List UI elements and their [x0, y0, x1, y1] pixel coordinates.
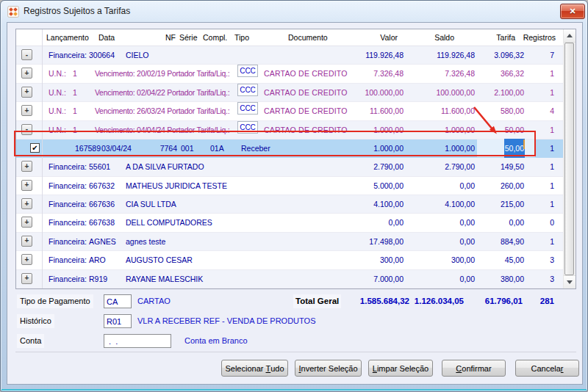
group-name: AUGUSTO CESAR — [126, 251, 193, 269]
cell-saldo: 0,00 — [460, 233, 475, 250]
portador-cell[interactable]: CCC — [237, 84, 258, 96]
cell-saldo: 1.000,00 — [445, 139, 475, 157]
un-row[interactable]: + U.N.: 1 Vencimento: 26/03/24 Portador … — [16, 102, 563, 120]
expand-button[interactable]: + — [21, 68, 32, 79]
historico-input[interactable] — [104, 314, 132, 328]
cell-saldo: 1.000,00 — [445, 121, 475, 139]
cell-tarifa: 0,00 — [509, 214, 524, 231]
cell-data: 03/04/24 — [101, 139, 132, 157]
tarifa-edit-cell[interactable]: 50,00 — [477, 139, 535, 157]
expand-button[interactable]: + — [21, 198, 32, 209]
portador-cell[interactable]: CCC — [237, 65, 258, 77]
group-row[interactable]: + Financeira: 667636 CIA SUL LTDA 4.100,… — [16, 195, 563, 214]
cell-saldo: 4.100,00 — [445, 195, 475, 213]
cell-valor: 100.000,00 — [365, 84, 404, 101]
conta-input[interactable] — [104, 334, 171, 348]
total-registros: 281 — [540, 294, 554, 308]
cell-registros: 1 — [550, 121, 554, 139]
cell-tarifa: 215,00 — [501, 195, 524, 213]
group-code: 667636 — [89, 195, 115, 213]
cell-tarifa: 50,00 — [505, 121, 524, 139]
cell-valor: 17.498,00 — [369, 233, 404, 250]
total-valor: 1.585.684,32 — [360, 294, 409, 308]
group-row[interactable]: + Financeira: R919 RAYANE MALESCHIK 7.00… — [16, 270, 563, 288]
group-label: Financeira: — [49, 158, 87, 175]
un-label: U.N.: — [49, 102, 66, 120]
collapse-button[interactable]: - — [21, 124, 32, 135]
vencimento-text: Vencimento: 26/03/24 Portador Tarifa/Liq… — [95, 102, 229, 120]
group-code: 55601 — [89, 158, 110, 175]
tarifa-edit-value[interactable]: 50,00 — [504, 139, 525, 158]
clear-selection-button[interactable]: Limpar Seleção — [368, 360, 433, 377]
group-label: Financeira: — [49, 214, 87, 231]
window-bottom-edge — [1, 389, 587, 391]
cell-documento: CARTAO DE CREDITO — [264, 65, 348, 82]
expand-button[interactable]: + — [21, 217, 32, 228]
close-button[interactable]: ✕ — [560, 4, 585, 19]
portador-cell[interactable]: CCC — [237, 121, 258, 134]
scroll-up-button[interactable] — [564, 29, 576, 43]
scroll-down-button[interactable] — [564, 275, 576, 288]
header-serie: Série — [179, 29, 198, 46]
cell-valor: 0,00 — [389, 214, 404, 231]
total-geral-label: Total Geral — [293, 294, 341, 308]
group-row[interactable]: + Financeira: AGNES agnes teste 17.498,0… — [16, 233, 563, 251]
tipo-pagamento-input[interactable] — [104, 294, 132, 308]
vencimento-text: Vencimento: 02/04/22 Portador Tarifa/Liq… — [95, 84, 229, 101]
cell-registros: 1 — [550, 65, 554, 82]
up-arrow-icon — [567, 34, 573, 37]
cell-valor: 1.000,00 — [373, 139, 404, 157]
expand-button[interactable]: + — [21, 273, 32, 284]
group-name: CIA SUL LTDA — [126, 195, 176, 213]
conta-description: Conta em Branco — [184, 334, 248, 348]
cell-registros: 0 — [550, 214, 554, 231]
un-row[interactable]: + U.N.: 1 Vencimento: 20/02/19 Portador … — [16, 65, 563, 83]
group-row[interactable]: + Financeira: 667638 DELL COMPUTADORES 0… — [16, 214, 563, 232]
group-row[interactable]: + Financeira: ARO AUGUSTO CESAR 300,00 3… — [16, 251, 563, 269]
historico-description: VLR A RECEBER REF - VENDA DE PRODUTOS — [137, 314, 315, 328]
invert-selection-button[interactable]: Inverter Seleção — [295, 360, 362, 377]
footer-separator — [15, 352, 576, 352]
cancel-button[interactable]: Cancelar — [515, 360, 579, 377]
select-all-button[interactable]: Selecionar Tudo — [221, 360, 288, 377]
cell-compl: 01A — [210, 139, 224, 157]
vertical-scrollbar[interactable] — [563, 29, 576, 288]
expand-button[interactable]: + — [21, 236, 32, 247]
expand-button[interactable]: + — [21, 161, 32, 172]
expand-button[interactable]: + — [21, 180, 32, 191]
un-number: 1 — [73, 84, 77, 101]
cell-saldo: 11.600,00 — [441, 102, 475, 120]
cell-valor: 7.000,00 — [373, 270, 404, 288]
header-compl: Compl. — [203, 29, 227, 46]
detail-row-selected[interactable]: ✔ 167589 03/04/24 7764 001 01A Receber 1… — [16, 139, 563, 158]
expand-button[interactable]: + — [21, 105, 32, 116]
cell-saldo: 7.326,48 — [445, 65, 475, 82]
cell-tarifa: 149,50 — [501, 158, 524, 175]
cell-registros: 1 — [550, 233, 554, 250]
vencimento-text: Vencimento: 04/04/24 Portador Tarifa/Liq… — [95, 121, 229, 139]
expand-button[interactable]: + — [21, 87, 32, 98]
group-row[interactable]: - Financeira: 300664 CIELO 119.926,48 11… — [16, 46, 563, 65]
collapse-button[interactable]: - — [21, 49, 32, 60]
group-row[interactable]: + Financeira: 55601 A DA SILVA FURTADO 2… — [16, 158, 563, 176]
group-name: RAYANE MALESCHIK — [126, 270, 203, 288]
cell-registros: 7 — [550, 46, 554, 64]
records-table: Lançamento Data NF Série Compl. Tipo Doc… — [15, 29, 576, 289]
un-number: 1 — [73, 121, 77, 139]
un-row[interactable]: + U.N.: 1 Vencimento: 02/04/22 Portador … — [16, 84, 563, 102]
cell-valor: 2.790,00 — [373, 158, 404, 175]
confirm-button[interactable]: Confirmar — [442, 360, 506, 377]
cell-serie: 001 — [181, 139, 194, 157]
cell-saldo: 300,00 — [451, 251, 475, 269]
row-checkbox[interactable]: ✔ — [30, 143, 40, 153]
un-row[interactable]: - U.N.: 1 Vencimento: 04/04/24 Portador … — [16, 121, 563, 139]
scrollbar-thumb[interactable] — [564, 43, 574, 275]
group-name: MATHEUS JURIDICA TESTE — [126, 177, 227, 195]
header-nf: NF — [165, 29, 176, 46]
portador-cell[interactable]: CCC — [237, 102, 258, 115]
group-row[interactable]: + Financeira: 667632 MATHEUS JURIDICA TE… — [16, 177, 563, 195]
cell-registros: 1 — [550, 158, 554, 175]
cell-tarifa: 380,00 — [501, 270, 524, 288]
expand-button[interactable]: + — [21, 254, 32, 265]
un-label: U.N.: — [49, 121, 66, 139]
